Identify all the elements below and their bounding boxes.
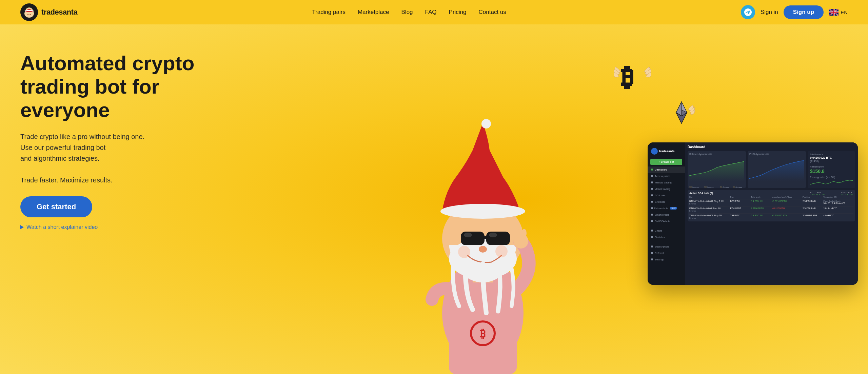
logo-icon	[20, 3, 38, 21]
svg-point-25	[464, 233, 472, 237]
create-bot-button[interactable]: + Create bot	[650, 159, 682, 165]
btc-balance: 0.04267029 BTC	[810, 156, 853, 159]
col-top-deals: Top deals / 24h	[823, 196, 853, 198]
svg-text:₿: ₿	[621, 63, 633, 91]
sidebar-logo: tradesanta	[648, 145, 685, 157]
dash-nav-smart[interactable]: Smart orders	[648, 212, 685, 218]
balance-dynamics-label: Balance dynamics ⓘ	[689, 153, 744, 156]
hero-section: Automated crypto trading bot for everyon…	[0, 24, 868, 374]
col-take-profit: Take profit	[751, 196, 771, 198]
sidebar-brand: tradesanta	[659, 150, 675, 153]
dash-nav-settings[interactable]: Settings	[648, 256, 685, 263]
telegram-icon	[744, 8, 752, 16]
dash-nav-stats[interactable]: Statistics	[648, 234, 685, 240]
bitcoin-float-icon: ₿	[614, 58, 651, 96]
table-row: ETH-0.3% Order 0.003 Stop 5%Binance ETH/…	[689, 206, 853, 213]
svg-rect-24	[484, 236, 487, 239]
exchange-chart	[810, 179, 853, 190]
svg-point-21	[481, 119, 491, 129]
col-unrealized: Unrealized profit / loss	[772, 196, 802, 198]
table-row: BTC-0.1% Order 0.0001 Stop 3.1%Binance B…	[689, 199, 853, 205]
nav-right: Sign in Sign up EN	[741, 5, 848, 19]
santa-character: ₿	[401, 110, 564, 374]
svg-point-26	[489, 233, 497, 237]
hero-subtitle-line4: Trade faster. Maximize results.	[20, 175, 210, 185]
svg-point-27	[479, 246, 487, 253]
table-row: XRP-0.5% Order 0.0003 Stop 2%Binance XRP…	[689, 213, 853, 220]
nav-contact[interactable]: Contact us	[479, 9, 506, 15]
hero-subtitle-line3: and algorithmic strategies.	[20, 153, 210, 164]
profit-chart	[749, 157, 804, 184]
dash-nav-futures[interactable]: Futures bots NEW	[648, 205, 685, 212]
svg-point-32	[522, 229, 527, 238]
dashboard-title: Dashboard	[688, 145, 705, 149]
col-bot: Bot	[689, 196, 730, 198]
svg-point-33	[514, 230, 518, 239]
flag-icon	[829, 9, 839, 16]
hero-subtitle-line1: Trade crypto like a pro without being on…	[20, 131, 210, 142]
nav-pricing[interactable]: Pricing	[449, 9, 467, 15]
video-link-label: Watch a short explainer video	[26, 224, 98, 230]
svg-text:₿: ₿	[480, 328, 486, 340]
dash-nav-referral[interactable]: Referral	[648, 250, 685, 256]
brand-name: tradesanta	[41, 8, 77, 17]
dash-nav-charts[interactable]: Charts	[648, 228, 685, 234]
dash-nav-virtual[interactable]: Virtual trading	[648, 186, 685, 192]
svg-point-28	[458, 246, 470, 258]
usd-balance: ($1435)	[810, 160, 853, 163]
profit-value: $150.8	[810, 169, 853, 174]
telegram-button[interactable]	[741, 5, 755, 19]
play-icon	[20, 225, 24, 229]
video-link[interactable]: Watch a short explainer video	[20, 224, 210, 230]
signup-button[interactable]: Sign up	[784, 5, 824, 19]
dash-nav-grid[interactable]: Grid bots	[648, 199, 685, 205]
hero-title: Automated crypto trading bot for everyon…	[20, 52, 210, 122]
dashboard-main: Dashboard Balance dynamics ⓘ	[685, 142, 858, 285]
nav-trading-pairs[interactable]: Trading pairs	[312, 9, 346, 15]
ethereum-float-icon	[668, 99, 695, 126]
dash-nav-dashboard[interactable]: Dashboard	[648, 166, 685, 173]
svg-point-29	[495, 245, 508, 257]
svg-point-20	[440, 204, 525, 219]
nav-blog[interactable]: Blog	[401, 9, 413, 15]
logo[interactable]: tradesanta	[20, 3, 77, 21]
svg-rect-14	[449, 306, 517, 374]
dash-nav-access[interactable]: Access points	[648, 173, 685, 179]
balance-chart	[689, 157, 744, 184]
hero-subtitle: Trade crypto like a pro without being on…	[20, 131, 210, 185]
language-label: EN	[841, 9, 848, 15]
nav-links: Trading pairs Marketplace Blog FAQ Prici…	[312, 9, 506, 16]
nav-marketplace[interactable]: Marketplace	[358, 9, 389, 15]
profit-dynamics-label: Profit dynamics ⓘ	[749, 153, 804, 156]
hero-subtitle-line2: Use our powerful trading bot	[20, 142, 210, 153]
col-position: Position	[803, 196, 823, 198]
svg-rect-22	[461, 232, 485, 245]
dash-nav-subscription[interactable]: Subscription	[648, 243, 685, 250]
dash-nav-manual[interactable]: Manual trading	[648, 179, 685, 186]
navbar: tradesanta Trading pairs Marketplace Blo…	[0, 0, 868, 24]
total-balance-label: Total balance	[810, 153, 853, 156]
get-started-button[interactable]: Get started	[20, 196, 92, 217]
nav-faq[interactable]: FAQ	[425, 9, 437, 15]
language-selector[interactable]: EN	[829, 9, 848, 16]
exchange-rates-label: Exchange rates (last 24h)	[810, 176, 853, 178]
dashboard-mockup: tradesanta + Create bot Dashboard Access…	[648, 142, 858, 285]
dashboard-sidebar: tradesanta + Create bot Dashboard Access…	[648, 142, 685, 285]
realized-profit-label: Realized profit	[810, 165, 853, 168]
hero-content: Automated crypto trading bot for everyon…	[20, 45, 210, 230]
dash-nav-dca[interactable]: DCA bots	[648, 192, 685, 199]
col-pair: Pair	[730, 196, 750, 198]
dash-nav-old-dca[interactable]: Old DCA bots	[648, 218, 685, 224]
signin-link[interactable]: Sign in	[761, 9, 778, 16]
